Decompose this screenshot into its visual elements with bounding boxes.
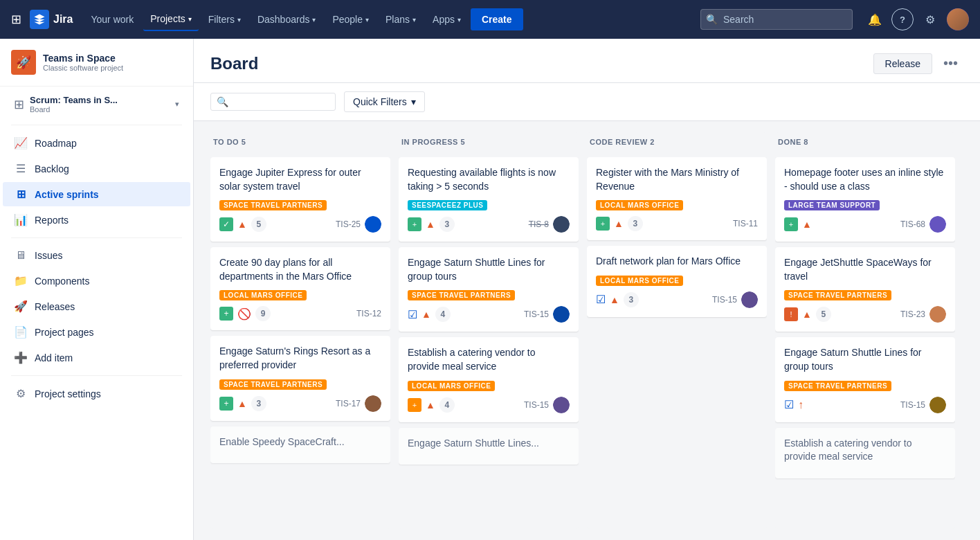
card-tis-15-catering[interactable]: Establish a catering vendor to provide m… [399, 337, 579, 422]
sidebar-item-components[interactable]: 📁 Components [3, 269, 190, 293]
card-id: TIS-25 [336, 219, 361, 229]
card-partial-ip[interactable]: Engage Saturn Shuttle Lines... [399, 428, 579, 465]
search-input[interactable] [700, 9, 853, 30]
card-tis-25[interactable]: Engage Jupiter Express for outer solar s… [210, 157, 390, 242]
card-tis-11[interactable]: Register with the Mars Ministry of Reven… [587, 157, 767, 240]
card-label: LOCAL MARS OFFICE [408, 381, 495, 391]
card-tis-12[interactable]: Create 90 day plans for all departments … [210, 247, 390, 330]
card-avatar [553, 397, 570, 413]
card-title: Enable Speedy SpaceCraft... [219, 435, 381, 449]
card-tis-15-done[interactable]: Engage Saturn Shuttle Lines for group to… [775, 337, 955, 422]
board-content: TO DO 5 Engage Jupiter Express for outer… [194, 121, 980, 540]
release-button[interactable]: Release [873, 53, 932, 74]
story-icon: + [784, 217, 798, 231]
column-header-codereview: CODE REVIEW 2 [587, 132, 767, 152]
app-layout: 🚀 Teams in Space Classic software projec… [0, 0, 980, 540]
logo-text: Jira [53, 13, 73, 26]
board-section[interactable]: ⊞ Scrum: Teams in S... Board ▾ [6, 89, 188, 119]
story-points: 9 [255, 306, 271, 321]
settings-button[interactable]: ⚙ [919, 8, 941, 30]
user-avatar[interactable] [947, 8, 969, 30]
card-tis-15-draft[interactable]: Draft network plan for Mars Office LOCAL… [587, 246, 767, 317]
project-header: 🚀 Teams in Space Classic software projec… [0, 39, 193, 87]
search-wrapper: 🔍 [700, 9, 853, 30]
priority-icon: ▲ [802, 309, 812, 320]
bug-icon: ! [784, 307, 798, 321]
column-codereview: CODE REVIEW 2 Register with the Mars Min… [587, 132, 767, 529]
card-id: TIS-15 [524, 309, 549, 319]
quick-filters-button[interactable]: Quick Filters ▾ [344, 91, 425, 112]
components-icon: 📁 [14, 274, 28, 287]
story-icon: + [219, 307, 233, 321]
card-tis-17[interactable]: Engage Saturn's Rings Resort as a prefer… [210, 336, 390, 420]
card-partial-done[interactable]: Establish a catering vendor to provide m… [775, 428, 955, 478]
nav-plans[interactable]: Plans ▾ [379, 8, 423, 30]
card-tis-23[interactable]: Engage JetShuttle SpaceWays for travel S… [775, 247, 955, 332]
card-footer: + ▲ 4 TIS-15 [408, 397, 570, 413]
card-title: Establish a catering vendor to provide m… [784, 437, 946, 464]
card-label: SPACE TRAVEL PARTNERS [784, 381, 891, 391]
sidebar-item-active-sprints[interactable]: ⊞ Active sprints [3, 182, 190, 206]
board-sublabel: Board [30, 105, 118, 114]
top-navigation: ⊞ Jira Your work Projects ▾ Filters ▾ Da… [0, 0, 980, 39]
card-partial-todo[interactable]: Enable Speedy SpaceCraft... [210, 426, 390, 464]
people-chevron: ▾ [365, 16, 369, 24]
project-type: Classic software project [43, 64, 123, 72]
board-header: Board Release ••• [194, 39, 980, 83]
sidebar-item-add-item[interactable]: ➕ Add item [3, 345, 190, 370]
apps-chevron: ▾ [457, 16, 461, 24]
nav-apps[interactable]: Apps ▾ [426, 8, 468, 30]
card-avatar [365, 216, 381, 233]
card-avatar [929, 397, 946, 413]
sidebar-item-roadmap[interactable]: 📈 Roadmap [3, 131, 190, 155]
card-footer: + ▲ 3 TIS-11 [596, 216, 758, 231]
sidebar-divider-1 [11, 125, 182, 125]
notifications-button[interactable]: 🔔 [864, 8, 886, 30]
card-id: TIS-15 [712, 295, 737, 305]
nav-projects[interactable]: Projects ▾ [143, 8, 199, 31]
roadmap-icon: 📈 [14, 136, 28, 150]
sidebar-divider-3 [11, 375, 182, 376]
board-header-actions: Release ••• [873, 53, 963, 74]
sidebar-item-backlog[interactable]: ☰ Backlog [3, 156, 190, 181]
card-footer: ✓ ▲ 5 TIS-25 [219, 216, 381, 233]
column-cards-todo: Engage Jupiter Express for outer solar s… [210, 157, 390, 529]
grid-icon[interactable]: ⊞ [11, 12, 21, 27]
filter-search-input[interactable] [233, 96, 329, 107]
story-icon: + [596, 217, 610, 231]
more-options-button[interactable]: ••• [938, 53, 963, 74]
nav-dashboards[interactable]: Dashboards ▾ [251, 8, 323, 30]
sidebar-item-issues[interactable]: 🖥 Issues [3, 244, 190, 267]
create-button[interactable]: Create [471, 8, 523, 30]
filters-bar: 🔍 Quick Filters ▾ [194, 83, 980, 121]
priority-icon: ▲ [426, 219, 435, 230]
card-footer: + ▲ TIS-68 [784, 216, 946, 233]
card-title: Engage Saturn Shuttle Lines... [408, 437, 570, 451]
project-avatar: 🚀 [11, 50, 36, 75]
story-points: 3 [624, 292, 639, 307]
card-footer: + 🚫 9 TIS-12 [219, 306, 381, 321]
priority-icon: ▲ [237, 398, 247, 409]
logo-icon [30, 10, 49, 29]
help-button[interactable]: ? [891, 8, 914, 30]
nav-filters[interactable]: Filters ▾ [201, 8, 248, 30]
backlog-icon: ☰ [14, 162, 28, 175]
dashboards-chevron: ▾ [312, 16, 316, 24]
card-tis-68[interactable]: Homepage footer uses an inline style - s… [775, 157, 955, 242]
nav-your-work[interactable]: Your work [84, 8, 140, 30]
check-icon: ☑ [784, 398, 794, 411]
column-inprogress: IN PROGRESS 5 Requesting available fligh… [399, 132, 579, 529]
card-tis-15-ip[interactable]: Engage Saturn Shuttle Lines for group to… [399, 247, 579, 332]
card-footer: + ▲ 3 TIS-17 [219, 395, 381, 412]
card-title: Draft network plan for Mars Office [596, 255, 758, 269]
sidebar-item-project-settings[interactable]: ⚙ Project settings [3, 381, 190, 406]
card-tis-8[interactable]: Requesting available flights is now taki… [399, 157, 579, 242]
sidebar-item-reports[interactable]: 📊 Reports [3, 208, 190, 232]
sidebar-item-project-pages[interactable]: 📄 Project pages [3, 320, 190, 344]
task-icon: + [408, 398, 421, 412]
nav-people[interactable]: People ▾ [325, 8, 376, 30]
jira-logo[interactable]: Jira [30, 10, 73, 29]
nav-icons: 🔔 ? ⚙ [864, 8, 969, 30]
card-footer: ☑ ▲ 3 TIS-15 [596, 291, 758, 308]
sidebar-item-releases[interactable]: 🚀 Releases [3, 294, 190, 318]
